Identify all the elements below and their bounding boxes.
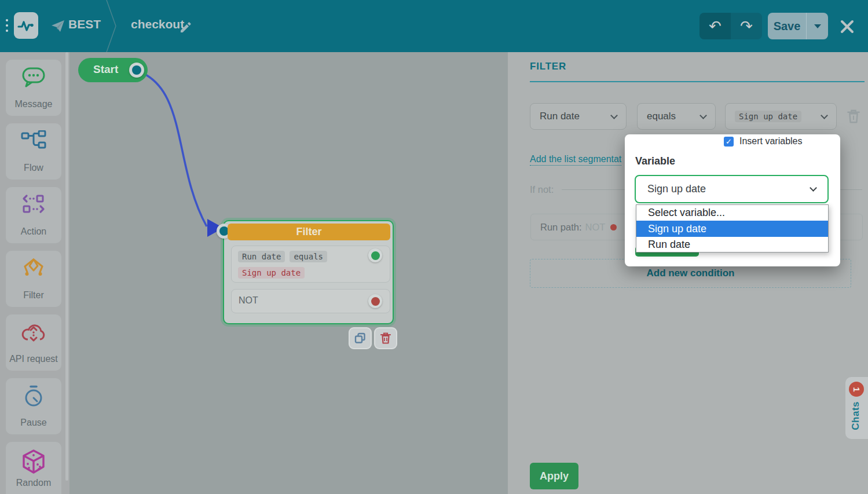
variable-option-list: Select variable... Sign up date Run date bbox=[636, 204, 829, 253]
close-button[interactable] bbox=[840, 17, 859, 36]
undo-button[interactable]: ↶ bbox=[699, 13, 731, 39]
chevron-down-icon bbox=[699, 112, 707, 119]
sidebar-item-random[interactable]: Random bbox=[6, 442, 61, 494]
variable-popup: ✓ Insert variables Variable Sign up date… bbox=[625, 134, 840, 266]
filter-settings-panel: FILTER Run date equals Sign up date Add … bbox=[508, 52, 868, 494]
panel-title: FILTER bbox=[530, 61, 566, 72]
check-icon: ✓ bbox=[726, 138, 732, 145]
start-node[interactable]: Start bbox=[78, 58, 148, 82]
node-action-buttons bbox=[349, 327, 397, 349]
message-icon bbox=[21, 67, 46, 89]
filter-icon bbox=[20, 258, 47, 279]
save-button-group: Save bbox=[768, 13, 828, 39]
option-select-variable[interactable]: Select variable... bbox=[636, 205, 828, 221]
random-icon bbox=[21, 449, 46, 474]
sidebar-item-flow[interactable]: Flow bbox=[6, 123, 61, 180]
condition-operator-select[interactable]: equals bbox=[637, 103, 716, 130]
add-list-segmentation-link[interactable]: Add the list segmentat bbox=[530, 154, 621, 166]
trash-icon bbox=[847, 109, 860, 123]
breadcrumb-separator bbox=[102, 0, 119, 52]
filter-node-title: Filter bbox=[296, 226, 321, 238]
start-output-port[interactable] bbox=[129, 63, 144, 78]
flow-builder-app: BEST checkout ↶ ↷ Save bbox=[0, 0, 868, 494]
condition-field-select[interactable]: Run date bbox=[530, 103, 627, 130]
variable-select[interactable]: Sign up date bbox=[635, 175, 829, 203]
condition-false-port[interactable] bbox=[368, 294, 382, 308]
run-path-value: NOT bbox=[585, 222, 606, 233]
condition-operator-tag: equals bbox=[290, 251, 327, 262]
chats-badge: 1 bbox=[849, 382, 864, 397]
filter-node-header: Filter bbox=[228, 224, 390, 240]
bot-name[interactable]: BEST bbox=[68, 17, 101, 31]
red-port-dot bbox=[610, 224, 617, 230]
close-icon bbox=[840, 19, 855, 34]
chats-label: Chats bbox=[850, 401, 862, 430]
condition-field-tag: Run date bbox=[238, 251, 285, 262]
insert-variables-row[interactable]: ✓ Insert variables bbox=[724, 136, 803, 147]
option-sign-up-date[interactable]: Sign up date bbox=[636, 221, 828, 237]
delete-condition-button[interactable] bbox=[847, 109, 860, 123]
undo-redo-group: ↶ ↷ bbox=[699, 13, 762, 39]
save-options-button[interactable] bbox=[806, 13, 828, 39]
if-not-label: If not: bbox=[530, 184, 554, 195]
api-request-icon bbox=[20, 321, 47, 343]
sidebar-item-filter[interactable]: Filter bbox=[6, 251, 61, 307]
insert-variables-label: Insert variables bbox=[739, 136, 803, 147]
pulse-icon bbox=[17, 17, 35, 34]
header-bar: BEST checkout ↶ ↷ Save bbox=[0, 0, 868, 52]
duplicate-node-button[interactable] bbox=[349, 327, 372, 349]
condition-true-port[interactable] bbox=[368, 248, 382, 262]
action-icon bbox=[21, 194, 46, 214]
edit-pencil-icon[interactable] bbox=[180, 21, 192, 34]
save-button[interactable]: Save bbox=[768, 13, 806, 39]
trash-icon bbox=[380, 332, 391, 344]
sidebar-item-message[interactable]: Message bbox=[6, 60, 61, 116]
kebab-menu-icon[interactable] bbox=[6, 19, 8, 32]
delete-node-button[interactable] bbox=[374, 327, 397, 349]
chevron-down-icon bbox=[610, 112, 618, 119]
filter-node[interactable]: Filter Run date equals Sign up date NOT bbox=[223, 220, 394, 324]
chevron-down-icon bbox=[821, 112, 828, 119]
panel-title-rule bbox=[530, 81, 865, 82]
chevron-down-icon bbox=[810, 184, 817, 192]
else-card[interactable]: NOT bbox=[231, 289, 390, 313]
sidebar-scrollbar[interactable] bbox=[65, 52, 68, 481]
sidebar-item-action[interactable]: Action bbox=[6, 187, 61, 243]
insert-variables-checkbox[interactable]: ✓ bbox=[724, 137, 734, 147]
redo-button[interactable]: ↷ bbox=[731, 13, 762, 39]
caret-down-icon bbox=[814, 24, 821, 28]
variable-label: Variable bbox=[635, 155, 675, 167]
condition-card[interactable]: Run date equals Sign up date bbox=[231, 246, 390, 283]
condition-value-tag: Sign up date bbox=[238, 267, 305, 279]
option-run-date[interactable]: Run date bbox=[636, 237, 828, 253]
apply-button[interactable]: Apply bbox=[530, 463, 578, 489]
start-node-label: Start bbox=[93, 63, 118, 76]
pause-icon bbox=[22, 385, 45, 407]
copy-icon bbox=[354, 332, 366, 344]
app-logo[interactable] bbox=[14, 12, 38, 39]
run-path-label: Run path: bbox=[540, 222, 582, 233]
flow-canvas[interactable]: Start Filter Run date equals Sign up dat… bbox=[69, 52, 508, 494]
sidebar-item-api-request[interactable]: API request bbox=[6, 314, 61, 371]
else-label: NOT bbox=[239, 295, 258, 306]
chats-tab[interactable]: 1 Chats bbox=[845, 377, 868, 439]
condition-value-select[interactable]: Sign up date bbox=[725, 103, 837, 130]
flow-icon bbox=[21, 130, 46, 150]
flow-name[interactable]: checkout bbox=[131, 17, 184, 31]
paper-plane-icon bbox=[51, 20, 65, 32]
element-sidebar: Message Flow Action bbox=[0, 52, 69, 494]
sidebar-item-pause[interactable]: Pause bbox=[6, 378, 61, 434]
